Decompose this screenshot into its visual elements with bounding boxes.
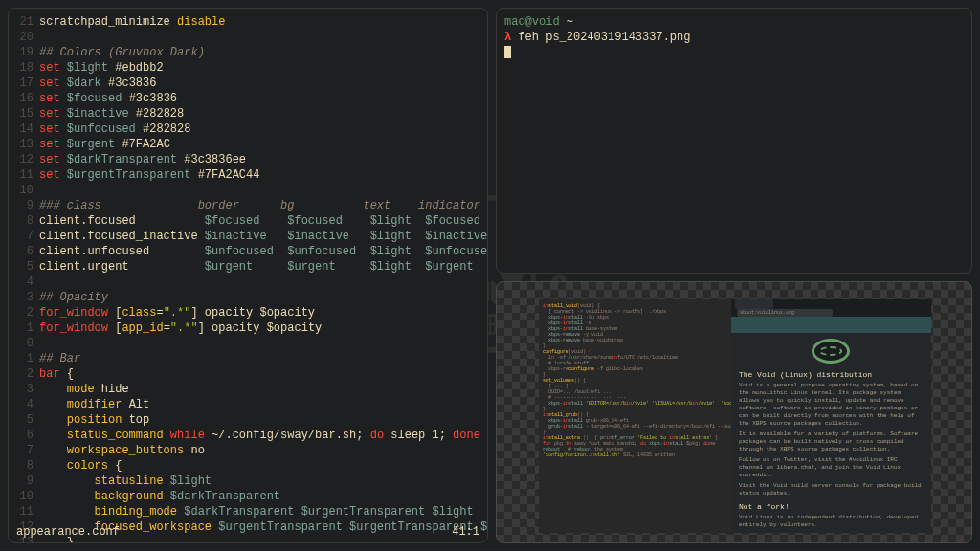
editor-line[interactable]: 11set $urgentTransparent #7FA2AC44 — [16, 167, 479, 183]
editor-line[interactable]: 11 binding_mode $darkTransparent $urgent… — [16, 504, 479, 519]
void-logo-icon — [812, 339, 850, 364]
code-token: ### class border bg text indicator c — [39, 199, 488, 212]
line-number: 5 — [16, 259, 39, 275]
cfg-line: xbps-install 'EDITOR=/usr/bin/nvim' 'VIS… — [543, 401, 727, 407]
browser-tab — [735, 299, 773, 309]
editor-content[interactable]: 21scratchpad_minimize disable2019## Colo… — [16, 14, 479, 543]
editor-line[interactable]: 9 statusline $light — [16, 474, 479, 489]
editor-line[interactable]: 13set $urgent #7FA2AC — [16, 137, 479, 152]
code-token: $focused — [67, 92, 129, 105]
code-token: #7FA2AC44 — [198, 168, 260, 182]
line-number: 2 — [16, 366, 39, 382]
line-number: 15 — [16, 106, 39, 121]
code-token: scratchpad_minimize — [39, 15, 177, 29]
cfg-line: 'config/horizon.install.sh' 92L, 14035 w… — [543, 452, 727, 458]
code-token: #ebdbb2 — [115, 61, 163, 75]
line-number: 21 — [16, 14, 39, 30]
line-number: 13 — [16, 137, 39, 152]
line-number: 17 — [16, 76, 39, 91]
browser-content: The Void (Linux) distribution Void is a … — [731, 367, 931, 533]
editor-line[interactable]: 0 — [16, 336, 479, 351]
code-token: set — [39, 122, 67, 136]
editor-line[interactable]: 3## Opacity — [16, 290, 479, 305]
line-number: 20 — [16, 30, 39, 45]
line-number: 2 — [16, 305, 39, 320]
code-token: position — [39, 413, 129, 427]
editor-line[interactable]: 4 modifier Alt — [16, 397, 479, 412]
code-token: hide — [101, 383, 129, 396]
editor-line[interactable]: 2for_window [class=".*"] opacity $opacit… — [16, 305, 479, 320]
cursor-block — [504, 46, 511, 58]
editor-pane[interactable]: 21scratchpad_minimize disable2019## Colo… — [8, 8, 488, 543]
editor-line[interactable]: 14set $unfocused #282828 — [16, 121, 479, 137]
code-token: for_window — [39, 321, 115, 335]
editor-line[interactable]: 15set $inactive #282828 — [16, 106, 479, 121]
line-number: 11 — [16, 504, 39, 519]
code-token: $urgent — [67, 138, 122, 151]
editor-line[interactable]: 6 status_command while ~/.config/sway/ba… — [16, 428, 479, 443]
editor-line[interactable]: 7 workspace_buttons no — [16, 443, 479, 458]
editor-line[interactable]: 10 background $darkTransparent — [16, 489, 479, 504]
line-number: 8 — [16, 458, 39, 474]
editor-line[interactable]: 8 colors { — [16, 458, 479, 474]
code-token: ## Bar — [39, 352, 80, 365]
code-token: $urgentTransparent — [67, 168, 198, 182]
code-token: ## Opacity — [39, 291, 108, 304]
editor-line[interactable]: 20 — [16, 30, 479, 45]
editor-line[interactable]: 19## Colors (Gruvbox Dark) — [16, 45, 479, 60]
code-token: ] opacity $opacity — [190, 306, 315, 320]
image-viewer-pane[interactable]: install_void(void) { [ connect -> voidli… — [496, 281, 972, 543]
page-body4: Visit the Void build server console for … — [739, 482, 924, 497]
editor-line[interactable]: 18set $light #ebdbb2 — [16, 60, 479, 76]
editor-line[interactable]: 4 — [16, 275, 479, 290]
terminal-prompt-line1: mac@void ~ — [504, 14, 964, 30]
editor-line[interactable]: 7client.focused_inactive $inactive $inac… — [16, 229, 479, 244]
editor-line[interactable]: 9### class border bg text indicator c — [16, 198, 479, 213]
editor-line[interactable]: 1for_window [app_id=".*"] opacity $opaci… — [16, 320, 479, 336]
terminal-pane[interactable]: mac@void ~ λ feh ps_20240319143337.png — [496, 8, 972, 274]
code-token: binding_mode — [39, 505, 184, 518]
line-number: 1 — [16, 351, 39, 366]
terminal-cursor-line[interactable] — [504, 45, 964, 60]
browser-tab-bar — [731, 299, 931, 309]
code-token: client.focused — [39, 214, 205, 228]
code-token: do — [370, 429, 391, 442]
code-token: $darkTransparent $urgentTransparent $lig… — [184, 505, 473, 518]
editor-line[interactable]: 6client.unfocused $unfocused $unfocused … — [16, 244, 479, 259]
line-number: 1 — [16, 320, 39, 336]
editor-line[interactable]: 3 mode hide — [16, 382, 479, 397]
page-body3: Follow us on Twitter, visit the #voidlin… — [739, 456, 924, 479]
editor-line[interactable]: 5client.urgent $urgent $urgent $light $u… — [16, 259, 479, 275]
editor-line[interactable]: 16set $focused #3c3836 — [16, 91, 479, 106]
code-token: for_window — [39, 306, 115, 320]
code-token: = — [156, 306, 163, 320]
line-number: 7 — [16, 443, 39, 458]
browser-url-bar: about:voidlinux.org — [731, 309, 931, 317]
code-token: { — [67, 367, 74, 381]
editor-line[interactable]: 5 position top — [16, 412, 479, 428]
code-token: $focused $focused $light $focused $ — [205, 214, 488, 228]
code-token: ] opacity $opacity — [198, 321, 323, 335]
terminal-prompt-line2[interactable]: λ feh ps_20240319143337.png — [504, 30, 964, 45]
page-body1: Void is a general purpose operating syst… — [739, 382, 924, 428]
status-filename: appearance.conf — [16, 525, 120, 539]
editor-line[interactable]: 10 — [16, 183, 479, 198]
editor-status-line: appearance.conf 41:1 — [16, 525, 479, 539]
code-token: modifier — [39, 398, 129, 411]
editor-line[interactable]: 1## Bar — [16, 351, 479, 366]
line-number: 8 — [16, 213, 39, 229]
editor-line[interactable]: 21scratchpad_minimize disable — [16, 14, 479, 30]
editor-line[interactable]: 17set $dark #3c3836 — [16, 76, 479, 91]
editor-line[interactable]: 8client.focused $focused $focused $light… — [16, 213, 479, 229]
code-token: { — [115, 459, 122, 473]
prompt-user: mac@void — [504, 15, 560, 29]
line-number: 6 — [16, 244, 39, 259]
code-token: Alt — [129, 398, 150, 411]
editor-line[interactable]: 2bar { — [16, 366, 479, 382]
code-token: set — [39, 61, 67, 75]
code-token: $darkTransparent — [67, 153, 184, 166]
line-number: 0 — [16, 336, 39, 351]
line-number: 3 — [16, 382, 39, 397]
line-number: 11 — [16, 167, 39, 183]
editor-line[interactable]: 12set $darkTransparent #3c3836ee — [16, 152, 479, 167]
